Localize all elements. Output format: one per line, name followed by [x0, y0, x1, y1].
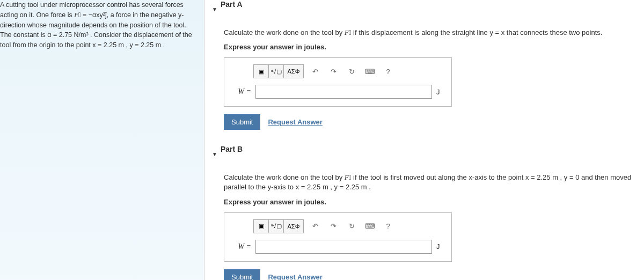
problem-statement: A cutting tool under microprocessor cont… — [0, 0, 204, 280]
reset-icon[interactable]: ↻ — [345, 65, 358, 78]
undo-icon[interactable]: ↶ — [308, 220, 322, 233]
part-b-block: ▼ Part B Calculate the work done on the … — [224, 145, 633, 280]
keyboard-icon[interactable]: ⌨ — [363, 65, 377, 78]
part-a-unit: J — [436, 88, 444, 96]
help-icon[interactable]: ? — [381, 220, 395, 233]
parts-panel: ▼ Part A Calculate the work done on the … — [204, 0, 644, 280]
redo-icon[interactable]: ↷ — [326, 220, 340, 233]
part-a-block: ▼ Part A Calculate the work done on the … — [224, 0, 633, 130]
caret-icon[interactable]: ▼ — [212, 6, 217, 12]
part-b-title: Part B — [221, 145, 243, 153]
force-vector-symbol: F⃗ — [74, 11, 80, 19]
part-a-instruction: Express your answer in joules. — [224, 43, 633, 51]
keyboard-icon[interactable]: ⌨ — [363, 220, 377, 233]
sqrt-button[interactable]: ⁿ√▢ — [269, 220, 284, 233]
part-b-input[interactable] — [255, 240, 432, 254]
toolbar-a: ▣ ⁿ√▢ ΑΣΦ ↶ ↷ ↻ ⌨ ? — [253, 64, 444, 78]
part-a-answer-box: ▣ ⁿ√▢ ΑΣΦ ↶ ↷ ↻ ⌨ ? W = J — [224, 57, 452, 107]
template-button[interactable]: ▣ — [254, 220, 269, 233]
part-b-request-link[interactable]: Request Answer — [268, 273, 322, 280]
part-b-prompt: Calculate the work done on the tool by F… — [224, 173, 633, 192]
undo-icon[interactable]: ↶ — [308, 65, 322, 78]
greek-button[interactable]: ΑΣΦ — [284, 65, 303, 78]
part-a-request-link[interactable]: Request Answer — [268, 118, 322, 126]
part-a-submit-button[interactable]: Submit — [224, 114, 260, 130]
caret-icon[interactable]: ▼ — [212, 151, 217, 157]
help-icon[interactable]: ? — [381, 65, 395, 78]
part-a-var: W = — [232, 87, 251, 96]
part-b-answer-box: ▣ ⁿ√▢ ΑΣΦ ↶ ↷ ↻ ⌨ ? W = J — [224, 212, 452, 262]
part-b-unit: J — [436, 242, 444, 250]
part-a-title: Part A — [221, 0, 243, 9]
sqrt-button[interactable]: ⁿ√▢ — [269, 65, 284, 78]
part-b-submit-button[interactable]: Submit — [224, 269, 260, 280]
part-a-prompt: Calculate the work done on the tool by F… — [224, 28, 633, 38]
toolbar-b: ▣ ⁿ√▢ ΑΣΦ ↶ ↷ ↻ ⌨ ? — [253, 219, 444, 233]
greek-button[interactable]: ΑΣΦ — [284, 220, 303, 233]
part-b-var: W = — [232, 242, 251, 251]
reset-icon[interactable]: ↻ — [345, 220, 358, 233]
redo-icon[interactable]: ↷ — [326, 65, 340, 78]
part-b-instruction: Express your answer in joules. — [224, 198, 633, 206]
part-a-input[interactable] — [255, 85, 432, 99]
template-button[interactable]: ▣ — [254, 65, 269, 78]
